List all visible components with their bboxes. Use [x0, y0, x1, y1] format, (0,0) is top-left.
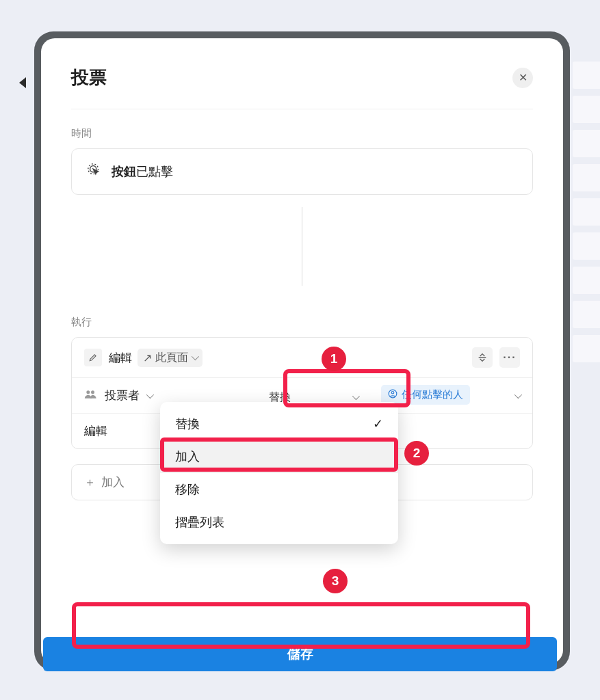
trigger-text: 按鈕已點擊: [112, 163, 173, 180]
annotation-badge-1: 1: [322, 347, 346, 371]
chevron-down-icon: [192, 353, 199, 360]
chevron-down-icon[interactable]: [514, 391, 522, 399]
operation-dropdown: 替換 ✓ 加入 移除 摺疊列表: [160, 402, 398, 544]
modal-title: 投票: [71, 66, 107, 90]
close-button[interactable]: ✕: [512, 68, 533, 88]
chevron-down-icon[interactable]: [146, 390, 154, 398]
action-head-text: 編輯 ↗ 此頁面: [109, 349, 203, 367]
pencil-icon: [84, 349, 102, 366]
svg-point-3: [91, 390, 94, 394]
check-icon: ✓: [373, 416, 383, 431]
save-button[interactable]: 儲存: [43, 637, 557, 671]
modal-frame: 投票 ✕ 時間 按鈕已點擊 執行: [34, 31, 570, 671]
more-icon: ···: [503, 351, 516, 364]
page-chip[interactable]: ↗ 此頁面: [138, 349, 203, 367]
people-icon: [84, 390, 98, 402]
section-time-label: 時間: [71, 127, 533, 140]
trigger-rest: 已點擊: [136, 165, 173, 178]
trigger-box[interactable]: 按鈕已點擊: [71, 148, 533, 195]
more-button[interactable]: ···: [499, 347, 520, 368]
voter-label: 投票者: [105, 388, 140, 403]
chevron-left-icon: [19, 77, 26, 88]
save-button-label: 儲存: [287, 645, 313, 663]
person-chip-label: 任何點擊的人: [402, 388, 463, 401]
menu-item-label: 替換: [175, 416, 200, 432]
trigger-bold: 按鈕: [112, 165, 136, 178]
modal-header: 投票 ✕: [71, 66, 533, 109]
menu-item-replace[interactable]: 替換 ✓: [160, 407, 398, 440]
section-action-label: 執行: [71, 316, 533, 329]
arrow-up-right-icon: ↗: [143, 351, 152, 364]
action-head-actions: ···: [472, 347, 520, 368]
menu-item-label: 摺疊列表: [175, 514, 224, 530]
chevron-down-icon: [352, 392, 360, 400]
close-icon: ✕: [519, 71, 527, 84]
menu-item-collapse-list[interactable]: 摺疊列表: [160, 506, 398, 539]
background-decoration: [573, 62, 600, 677]
svg-point-5: [391, 392, 394, 394]
person-circle-icon: [388, 389, 397, 401]
click-cursor-icon: [87, 163, 102, 180]
menu-item-add[interactable]: 加入: [160, 440, 398, 473]
person-chip[interactable]: 任何點擊的人: [381, 385, 470, 405]
menu-item-remove[interactable]: 移除: [160, 473, 398, 506]
page-chip-label: 此頁面: [155, 351, 188, 365]
add-action-label: 加入: [101, 474, 125, 490]
edit-row-label: 編輯: [84, 423, 107, 439]
collapse-icon-button[interactable]: [472, 347, 493, 368]
action-edit-label: 編輯: [109, 350, 132, 366]
modal: 投票 ✕ 時間 按鈕已點擊 執行: [41, 38, 563, 664]
svg-point-2: [86, 390, 90, 394]
action-card-header: 編輯 ↗ 此頁面 ···: [72, 338, 532, 378]
menu-item-label: 加入: [175, 448, 200, 465]
annotation-badge-2: 2: [404, 441, 429, 466]
annotation-badge-3: 3: [323, 569, 348, 593]
flow-connector: [302, 207, 302, 286]
plus-icon: ＋: [84, 474, 96, 490]
menu-item-label: 移除: [175, 481, 200, 498]
